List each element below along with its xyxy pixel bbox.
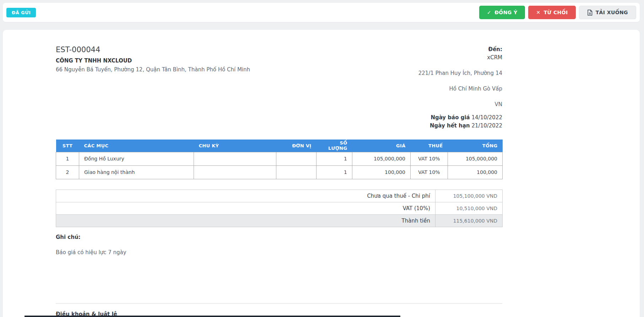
status-badge: ĐÃ GỬI xyxy=(6,8,36,17)
summary-value: 10,510,000 VND xyxy=(435,202,503,214)
col-header-qty: SỐ LƯỢNG xyxy=(316,140,352,152)
notes-text: Báo giá có hiệu lực 7 ngày xyxy=(56,250,502,256)
toolbar: ĐÃ GỬI ✓ ĐỒNG Ý ✕ TỪ CHỐI TẢI XUỐNG xyxy=(3,3,640,22)
summary-label: Thành tiền xyxy=(56,214,435,227)
expiry-date-label: Ngày hết hạn xyxy=(430,122,470,129)
recipient-address-line1: 221/1 Phan Huy Ích, Phường 14 xyxy=(418,70,502,76)
recipient-label: Đến: xyxy=(418,47,502,53)
file-pdf-icon xyxy=(587,10,592,16)
recipient-block: Đến: xCRM 221/1 Phan Huy Ích, Phường 14 … xyxy=(418,47,502,129)
cell-price: 105,000,000 xyxy=(352,152,411,165)
quote-header: EST-000044 CÔNG TY TNHH NXCLOUD 66 Nguyễ… xyxy=(56,46,502,140)
summary-label: VAT (10%) xyxy=(56,202,435,214)
table-row: 1 Đồng Hồ Luxury 1 105,000,000 VAT 10% 1… xyxy=(56,152,503,165)
approve-button-label: ĐỒNG Ý xyxy=(494,10,517,15)
col-header-cycle: CHU KỲ xyxy=(194,140,276,152)
col-header-price: GIÁ xyxy=(352,140,411,152)
cell-qty: 1 xyxy=(316,165,352,179)
cell-unit xyxy=(276,165,316,179)
download-button-label: TẢI XUỐNG xyxy=(596,10,628,15)
cell-item: Giao hàng nội thành xyxy=(79,165,194,179)
expiry-date-line: Ngày hết hạn 21/10/2022 xyxy=(418,123,502,129)
quote-date-label: Ngày báo giá xyxy=(431,114,470,121)
cell-price: 100,000 xyxy=(352,165,411,179)
summary-table: Chưa qua thuế - Chi phí 105,100,000 VND … xyxy=(56,190,503,227)
recipient-name: xCRM xyxy=(418,55,502,61)
col-header-tax: THUẾ xyxy=(411,140,448,152)
quote-document: EST-000044 CÔNG TY TNHH NXCLOUD 66 Nguyễ… xyxy=(3,30,640,317)
download-button[interactable]: TẢI XUỐNG xyxy=(579,6,636,19)
summary-label: Chưa qua thuế - Chi phí xyxy=(56,190,435,202)
notes-heading: Ghi chú: xyxy=(56,234,502,240)
reject-button[interactable]: ✕ TỪ CHỐI xyxy=(528,6,575,19)
approve-button[interactable]: ✓ ĐỒNG Ý xyxy=(479,6,525,19)
col-header-stt: STT xyxy=(56,140,79,152)
items-table: STT CÁC MỤC CHU KỲ ĐƠN VỊ SỐ LƯỢNG GIÁ T… xyxy=(56,140,503,179)
summary-row-vat: VAT (10%) 10,510,000 VND xyxy=(56,202,503,214)
cell-qty: 1 xyxy=(316,152,352,165)
summary-value: 115,610,000 VND xyxy=(435,214,503,227)
cell-stt: 2 xyxy=(56,165,79,179)
toolbar-actions: ✓ ĐỒNG Ý ✕ TỪ CHỐI TẢI XUỐNG xyxy=(479,6,636,19)
cell-unit xyxy=(276,152,316,165)
summary-row-subtotal: Chưa qua thuế - Chi phí 105,100,000 VND xyxy=(56,190,503,202)
x-icon: ✕ xyxy=(536,10,540,15)
bottom-edge-strip xyxy=(25,316,400,317)
col-header-total: TỔNG xyxy=(448,140,503,152)
summary-row-grand-total: Thành tiền 115,610,000 VND xyxy=(56,214,503,227)
col-header-item: CÁC MỤC xyxy=(79,140,194,152)
summary-value: 105,100,000 VND xyxy=(435,190,503,202)
cell-item: Đồng Hồ Luxury xyxy=(79,152,194,165)
items-table-header-row: STT CÁC MỤC CHU KỲ ĐƠN VỊ SỐ LƯỢNG GIÁ T… xyxy=(56,140,503,152)
cell-cycle xyxy=(194,165,276,179)
expiry-date-value: 21/10/2022 xyxy=(472,122,502,129)
cell-tax: VAT 10% xyxy=(411,165,448,179)
recipient-country: VN xyxy=(418,102,502,108)
col-header-unit: ĐƠN VỊ xyxy=(276,140,316,152)
table-row: 2 Giao hàng nội thành 1 100,000 VAT 10% … xyxy=(56,165,503,179)
cell-tax: VAT 10% xyxy=(411,152,448,165)
recipient-address-line2: Hồ Chí Minh Gò Vấp xyxy=(418,86,502,92)
quote-date-value: 14/10/2022 xyxy=(472,114,502,121)
quote-date-line: Ngày báo giá 14/10/2022 xyxy=(418,115,502,121)
cell-stt: 1 xyxy=(56,152,79,165)
cell-total: 100,000 xyxy=(448,165,503,179)
check-icon: ✓ xyxy=(487,10,491,15)
cell-cycle xyxy=(194,152,276,165)
reject-button-label: TỪ CHỐI xyxy=(544,10,568,15)
cell-total: 105,000,000 xyxy=(448,152,503,165)
section-divider xyxy=(56,303,502,304)
